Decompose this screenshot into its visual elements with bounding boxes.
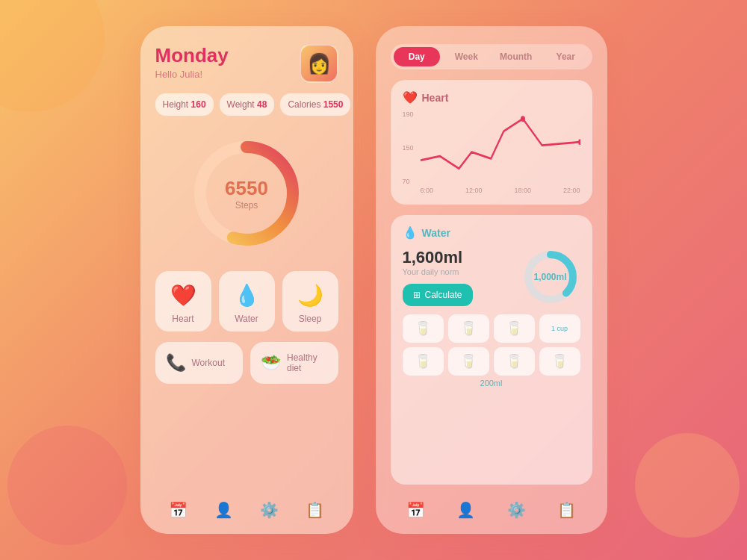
r-nav-profile-icon[interactable]: 👤: [456, 501, 475, 519]
workout-label: Workout: [192, 358, 225, 368]
cup-8[interactable]: 🥛: [539, 347, 580, 376]
left-bottom-nav: 📅 👤 ⚙️ 📋: [155, 495, 338, 519]
workout-icon: 📞: [166, 353, 186, 373]
calculate-button[interactable]: ⊞ Calculate: [403, 284, 473, 306]
r-nav-tasks-icon[interactable]: 📋: [557, 501, 576, 519]
cup-2[interactable]: 🥛: [448, 314, 489, 343]
stat-height: Height 160: [155, 93, 214, 116]
nav-settings-icon[interactable]: ⚙️: [260, 501, 279, 519]
cup-6[interactable]: 🥛: [448, 347, 489, 376]
sleep-label: Sleep: [299, 314, 322, 324]
stats-row: Height 160 Weight 48 Calories 1550: [155, 93, 338, 116]
heart-chart-card: ❤️ Heart 190 150 70: [391, 80, 592, 205]
cup-grid: 🥛 🥛 🥛 1 cup 🥛 🥛 🥛 🥛: [403, 314, 580, 376]
heart-label: Heart: [172, 314, 193, 324]
water-amount-block: 1,600ml Your daily norm ⊞ Calculate: [403, 248, 473, 306]
steps-donut: 6550 Steps: [187, 134, 306, 253]
cup-7[interactable]: 🥛: [494, 347, 535, 376]
water-info-row: 1,600ml Your daily norm ⊞ Calculate 1,00…: [403, 247, 580, 307]
tab-day[interactable]: Day: [394, 47, 441, 66]
water-current-label: 1,000ml: [533, 272, 566, 282]
bg-decoration-2: [7, 426, 127, 545]
cup-count-label: 1 cup: [551, 325, 568, 332]
cup-ml-label: 200ml: [403, 379, 580, 388]
tab-week[interactable]: Week: [443, 47, 490, 66]
r-nav-settings-icon[interactable]: ⚙️: [507, 501, 526, 519]
calc-icon: ⊞: [413, 290, 421, 300]
heart-icon: ❤️: [170, 283, 196, 308]
cup-5[interactable]: 🥛: [403, 347, 444, 376]
greeting-block: Monday Hello Julia!: [155, 44, 229, 80]
right-phone-card: Day Week Mounth Year ❤️ Heart 190 150 70: [376, 26, 607, 534]
water-card: 💧 Water 1,600ml Your daily norm ⊞ Calcul…: [391, 215, 592, 485]
tabs-row: Day Week Mounth Year: [391, 44, 592, 69]
healthy-diet-btn[interactable]: 🥗 Healthy diet: [250, 342, 338, 384]
chart-x-labels: 6:00 12:00 18:00 22:00: [403, 187, 580, 194]
diet-label: Healthy diet: [287, 352, 328, 373]
tab-year[interactable]: Year: [542, 47, 589, 66]
svg-point-3: [578, 139, 580, 145]
nav-tasks-icon[interactable]: 📋: [306, 501, 324, 519]
day-label: Monday: [155, 44, 229, 67]
left-phone-card: Monday Hello Julia! 👩 Height 160 Weight …: [140, 26, 353, 534]
nav-calendar-icon[interactable]: 📅: [169, 501, 187, 519]
tab-month[interactable]: Mounth: [493, 47, 540, 66]
quick-actions: ❤️ Heart 💧 Water 🌙 Sleep: [155, 271, 338, 332]
right-bottom-nav: 📅 👤 ⚙️ 📋: [391, 495, 592, 519]
greeting-sub: Hello Julia!: [155, 69, 229, 80]
chart-area: 190 150 70: [403, 111, 580, 185]
chart-y-labels: 190 150 70: [403, 111, 414, 185]
water-drop-icon: 💧: [234, 283, 260, 308]
workout-btn[interactable]: 📞 Workout: [155, 342, 244, 384]
water-drop-icon: 💧: [403, 225, 418, 240]
sleep-btn[interactable]: 🌙 Sleep: [282, 271, 338, 332]
sleep-icon: 🌙: [297, 283, 323, 308]
svg-point-2: [520, 116, 524, 122]
heart-chart-icon: ❤️: [403, 90, 418, 105]
steps-label: Steps: [225, 200, 268, 211]
water-norm: Your daily norm: [403, 267, 473, 276]
wide-actions: 📞 Workout 🥗 Healthy diet: [155, 342, 338, 384]
stat-weight: Weight 48: [220, 93, 275, 116]
bg-decoration-3: [635, 433, 740, 538]
water-amount: 1,600ml: [403, 248, 473, 267]
steps-center: 6550 Steps: [225, 177, 268, 211]
nav-profile-icon[interactable]: 👤: [214, 501, 233, 519]
cup-label: 1 cup: [539, 314, 580, 343]
steps-container: 6550 Steps: [155, 126, 338, 261]
header-row: Monday Hello Julia! 👩: [155, 44, 338, 83]
heart-btn[interactable]: ❤️ Heart: [155, 271, 211, 332]
bg-decoration-1: [0, 0, 105, 112]
cup-1[interactable]: 🥛: [403, 314, 444, 343]
heart-chart-title: ❤️ Heart: [403, 90, 580, 105]
water-title: 💧 Water: [403, 225, 580, 240]
cup-3[interactable]: 🥛: [494, 314, 535, 343]
heart-line-chart: [421, 111, 580, 185]
avatar: 👩: [300, 44, 338, 83]
stat-calories: Calories 1550: [280, 93, 350, 116]
r-nav-calendar-icon[interactable]: 📅: [406, 501, 425, 519]
water-label: Water: [235, 314, 258, 324]
water-btn[interactable]: 💧 Water: [219, 271, 275, 332]
water-donut: 1,000ml: [521, 247, 580, 307]
diet-icon: 🥗: [261, 353, 281, 373]
steps-count: 6550: [225, 177, 268, 200]
